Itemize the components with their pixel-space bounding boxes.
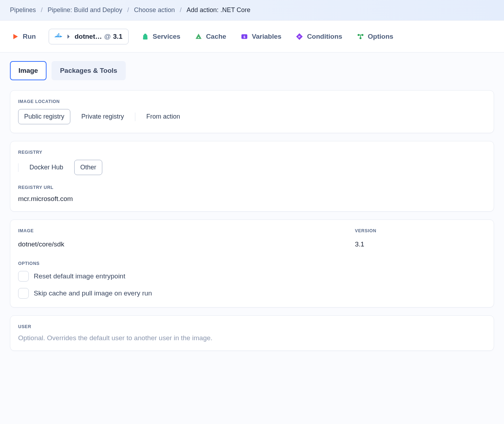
- tab-variables-label: Variables: [252, 33, 281, 40]
- version-input[interactable]: 3.1: [355, 240, 486, 248]
- opt-private-registry[interactable]: Private registry: [75, 109, 130, 124]
- breadcrumb-sep: /: [180, 6, 181, 14]
- bag-icon: [141, 33, 149, 40]
- svg-text:$: $: [243, 35, 245, 38]
- image-label: IMAGE: [18, 228, 341, 233]
- svg-rect-4: [58, 34, 59, 36]
- registry-url-label: REGISTRY URL: [18, 185, 486, 190]
- content: Image Packages & Tools IMAGE LOCATION Pu…: [0, 53, 504, 373]
- registry-label: REGISTRY: [18, 150, 486, 155]
- tab-run[interactable]: Run: [10, 30, 37, 43]
- registry-url-input[interactable]: mcr.microsoft.com: [18, 195, 486, 203]
- svg-rect-3: [57, 34, 58, 36]
- tab-options-label: Options: [368, 33, 394, 40]
- tab-cache-label: Cache: [206, 33, 226, 40]
- conditions-icon: IF: [296, 33, 303, 40]
- tab-services[interactable]: Services: [140, 30, 182, 43]
- tab-variables[interactable]: $ Variables: [239, 30, 283, 43]
- breadcrumb-current: Add action: .NET Core: [186, 6, 250, 14]
- tab-conditions[interactable]: IF Conditions: [294, 30, 343, 43]
- chevron-right-icon: [65, 33, 72, 40]
- tab-services-label: Services: [153, 33, 180, 40]
- tab-options[interactable]: Options: [355, 30, 395, 43]
- cache-icon: [195, 33, 202, 40]
- user-input[interactable]: Optional. Overrides the default user to …: [18, 334, 486, 342]
- breadcrumb-pipelines[interactable]: Pipelines: [10, 6, 36, 14]
- checkbox-skip-cache-label: Skip cache and pull image on every run: [34, 289, 152, 297]
- opt-docker-hub[interactable]: Docker Hub: [23, 160, 69, 175]
- tab-image-name: dotnet…: [75, 33, 102, 40]
- tab-image-at: @: [104, 33, 111, 40]
- panel-image: IMAGE dotnet/core/sdk VERSION 3.1 OPTION…: [10, 219, 494, 308]
- variables-icon: $: [240, 33, 248, 40]
- opt-public-registry[interactable]: Public registry: [18, 109, 70, 124]
- subtab-image[interactable]: Image: [10, 61, 47, 80]
- tab-image-version: 3.1: [113, 33, 122, 40]
- registry-options: Docker Hub Other: [18, 160, 486, 175]
- options-icon: [357, 33, 364, 40]
- tab-cache[interactable]: Cache: [193, 30, 228, 43]
- svg-rect-5: [58, 33, 59, 34]
- image-location-label: IMAGE LOCATION: [18, 99, 486, 104]
- opt-from-action[interactable]: From action: [140, 109, 186, 124]
- checkbox-reset-entrypoint[interactable]: [18, 271, 29, 282]
- subtab-packages-tools[interactable]: Packages & Tools: [52, 61, 126, 80]
- user-label: USER: [18, 324, 486, 329]
- opt-other[interactable]: Other: [74, 160, 102, 175]
- docker-icon: [55, 33, 63, 40]
- image-location-options: Public registry Private registry From ac…: [18, 109, 486, 124]
- tab-conditions-label: Conditions: [307, 33, 342, 40]
- play-icon: [11, 33, 19, 40]
- panel-image-location: IMAGE LOCATION Public registry Private r…: [10, 90, 494, 133]
- divider: [135, 113, 135, 121]
- checkbox-skip-cache[interactable]: [18, 288, 29, 299]
- breadcrumb-bar: Pipelines / Pipeline: Build and Deploy /…: [0, 0, 504, 21]
- sub-tabs: Image Packages & Tools: [10, 61, 494, 80]
- options-label: OPTIONS: [18, 261, 486, 266]
- divider: [18, 163, 18, 172]
- svg-text:IF: IF: [298, 35, 301, 38]
- breadcrumb: Pipelines / Pipeline: Build and Deploy /…: [10, 6, 494, 14]
- panel-registry: REGISTRY Docker Hub Other REGISTRY URL m…: [10, 141, 494, 212]
- svg-point-6: [198, 37, 199, 38]
- panel-user: USER Optional. Overrides the default use…: [10, 315, 494, 351]
- breadcrumb-choose-action[interactable]: Choose action: [134, 6, 175, 14]
- image-input[interactable]: dotnet/core/sdk: [18, 240, 341, 248]
- tab-run-label: Run: [23, 33, 36, 40]
- top-tabs: Run dotnet… @ 3.1 Services Cache $ Varia…: [0, 21, 504, 53]
- breadcrumb-pipeline-build-deploy[interactable]: Pipeline: Build and Deploy: [48, 6, 122, 14]
- tab-image-selected[interactable]: dotnet… @ 3.1: [49, 29, 129, 44]
- breadcrumb-sep: /: [127, 6, 129, 14]
- checkbox-reset-entrypoint-label: Reset default image entrypoint: [34, 272, 125, 280]
- version-label: VERSION: [355, 228, 486, 233]
- breadcrumb-sep: /: [41, 6, 43, 14]
